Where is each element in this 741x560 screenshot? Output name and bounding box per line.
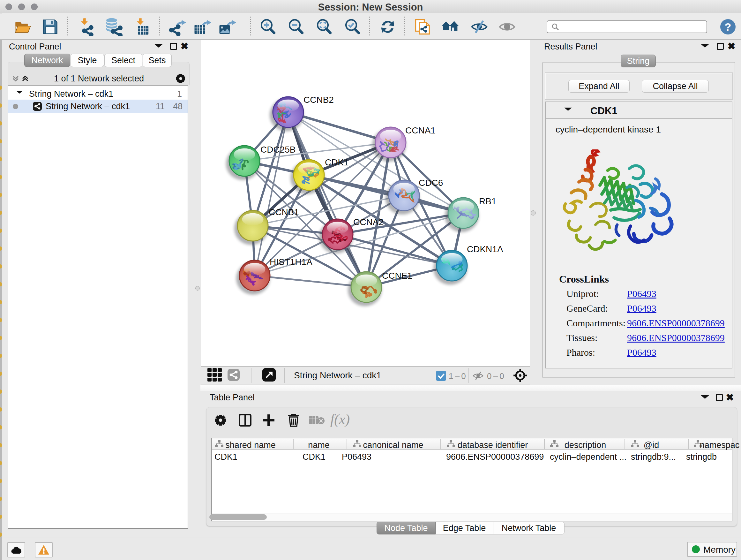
svg-text:CDK1: CDK1 [325,158,349,167]
svg-text:CCNA1: CCNA1 [405,125,435,135]
svg-text:HIST1H1A: HIST1H1A [270,257,313,267]
svg-text:CCNE1: CCNE1 [382,271,412,281]
svg-text:CCNB2: CCNB2 [304,95,334,105]
svg-text:CCNA2: CCNA2 [353,217,384,227]
svg-text:CDC25B: CDC25B [260,145,295,154]
svg-text:CDC6: CDC6 [419,178,443,188]
svg-text:CCNB1: CCNB1 [269,207,299,217]
svg-text:CDKN1A: CDKN1A [467,244,503,254]
svg-text:RB1: RB1 [479,196,496,206]
